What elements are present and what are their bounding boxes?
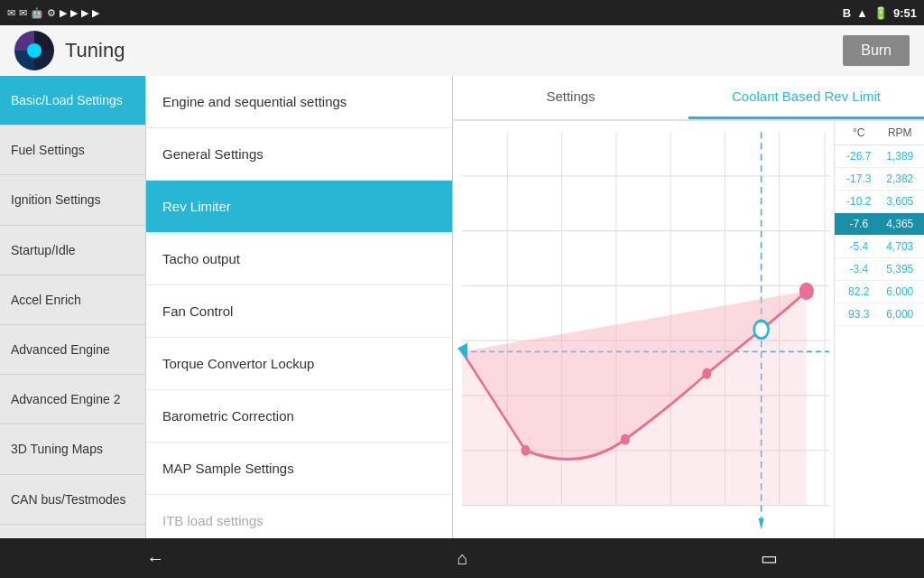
rpm-value: 5,395 [880, 263, 921, 275]
table-row[interactable]: -7.64,365 [835, 213, 924, 236]
app-bar-left: Tuning [14, 31, 125, 70]
video-icon-3: ▶ [92, 7, 99, 19]
sidebar-item-can-bus[interactable]: CAN bus/Testmodes [0, 475, 145, 525]
temp-value: -7.6 [838, 218, 880, 230]
rpm-value: 4,703 [880, 240, 921, 253]
bug-icon: ⚙ [47, 7, 56, 19]
video-icon-2: ▶ [81, 7, 88, 19]
app-bar: Tuning Burn [0, 25, 924, 76]
status-bar: ✉ ✉ 🤖 ⚙ ▶ ▶ ▶ ▶ B ▲ 🔋 9:51 [0, 0, 924, 25]
tab-settings[interactable]: Settings [453, 76, 688, 119]
app-title: Tuning [65, 39, 125, 62]
chart-svg-area [453, 121, 834, 538]
burn-button[interactable]: Burn [843, 35, 910, 66]
rpm-value: 3,605 [880, 195, 921, 208]
table-row[interactable]: 82.26,000 [835, 281, 924, 303]
status-right: B ▲ 🔋 9:51 [843, 6, 917, 20]
sidebar-item-advanced-engine[interactable]: Advanced Engine [0, 325, 145, 375]
svg-point-16 [521, 445, 530, 456]
middle-menu: Engine and sequential settingsGeneral Se… [146, 76, 453, 538]
store-icon: ▶ [60, 7, 67, 19]
temp-value: -26.7 [838, 150, 880, 163]
chart-area: SettingsCoolant Based Rev Limit [453, 76, 924, 538]
chart-tabs: SettingsCoolant Based Rev Limit [453, 76, 924, 121]
bluetooth-icon: B [843, 6, 851, 20]
sidebar-item-ignition[interactable]: Ignition Settings [0, 175, 145, 225]
battery-icon: 🔋 [873, 6, 888, 20]
rpm-value: 6,000 [880, 285, 921, 298]
temp-value: -3.4 [838, 263, 880, 275]
time-display: 9:51 [893, 6, 917, 20]
sidebar-item-3d-tuning[interactable]: 3D Tuning Maps [0, 424, 145, 474]
sidebar-item-startup-idle[interactable]: Startup/Idle [0, 226, 145, 275]
sidebar: Basic/Load SettingsFuel SettingsIgnition… [0, 76, 146, 538]
status-icons: ✉ ✉ 🤖 ⚙ ▶ ▶ ▶ ▶ [7, 7, 99, 19]
temp-value: -10.2 [838, 195, 880, 208]
data-table: °C RPM -26.71,389-17.32,382-10.23,605-7.… [834, 121, 924, 538]
temp-value: 93.3 [838, 308, 880, 321]
svg-point-20 [799, 283, 814, 300]
wifi-icon: ▲ [856, 6, 868, 20]
recents-button[interactable]: ▭ [743, 540, 796, 576]
app-logo [14, 31, 54, 70]
svg-point-19 [754, 321, 769, 338]
table-row[interactable]: -10.23,605 [835, 191, 924, 213]
home-button[interactable]: ⌂ [439, 541, 485, 576]
video-icon-1: ▶ [70, 7, 78, 19]
email-icon: ✉ [19, 7, 27, 19]
tab-coolant-rev[interactable]: Coolant Based Rev Limit [688, 76, 924, 119]
rpm-value: 4,365 [880, 218, 921, 230]
svg-point-17 [621, 434, 630, 445]
table-row[interactable]: -3.45,395 [835, 258, 924, 281]
chart-svg [453, 121, 834, 538]
rpm-value: 2,382 [880, 172, 921, 185]
sidebar-item-fuel[interactable]: Fuel Settings [0, 126, 145, 175]
temp-value: -17.3 [838, 172, 880, 185]
menu-item-fan-control[interactable]: Fan Control [146, 285, 452, 338]
svg-point-18 [702, 368, 711, 379]
rpm-value: 1,389 [880, 150, 921, 163]
menu-item-itb-load: ITB load settings [146, 495, 452, 538]
table-row[interactable]: -17.32,382 [835, 168, 924, 191]
col2-header: RPM [880, 126, 921, 139]
col1-header: °C [838, 126, 880, 139]
temp-value: -5.4 [838, 240, 880, 253]
back-button[interactable]: ← [128, 541, 182, 576]
menu-item-engine-sequential[interactable]: Engine and sequential settings [146, 76, 452, 128]
sidebar-item-advanced-engine-2[interactable]: Advanced Engine 2 [0, 375, 145, 424]
sidebar-item-accel-enrich[interactable]: Accel Enrich [0, 275, 145, 325]
table-row[interactable]: -26.71,389 [835, 145, 924, 168]
rpm-value: 6,000 [880, 308, 921, 321]
menu-item-barometric[interactable]: Barometric Correction [146, 390, 452, 443]
msg-icon: ✉ [7, 7, 15, 19]
temp-value: 82.2 [838, 285, 880, 298]
data-table-header: °C RPM [835, 121, 924, 145]
chart-content: °C RPM -26.71,389-17.32,382-10.23,605-7.… [453, 121, 924, 538]
sidebar-item-basic-load[interactable]: Basic/Load Settings [0, 76, 145, 126]
menu-item-tacho-output[interactable]: Tacho output [146, 233, 452, 285]
menu-item-map-sample[interactable]: MAP Sample Settings [146, 443, 452, 495]
menu-item-torque-convertor[interactable]: Torque Convertor Lockup [146, 338, 452, 390]
menu-item-general-settings[interactable]: General Settings [146, 128, 452, 181]
menu-item-rev-limiter[interactable]: Rev Limiter [146, 181, 452, 233]
bottom-nav: ← ⌂ ▭ [0, 538, 924, 578]
table-row[interactable]: 93.36,000 [835, 303, 924, 326]
table-row[interactable]: -5.44,703 [835, 236, 924, 258]
android-icon: 🤖 [31, 7, 43, 19]
main-container: Basic/Load SettingsFuel SettingsIgnition… [0, 76, 924, 538]
svg-marker-22 [759, 518, 764, 529]
